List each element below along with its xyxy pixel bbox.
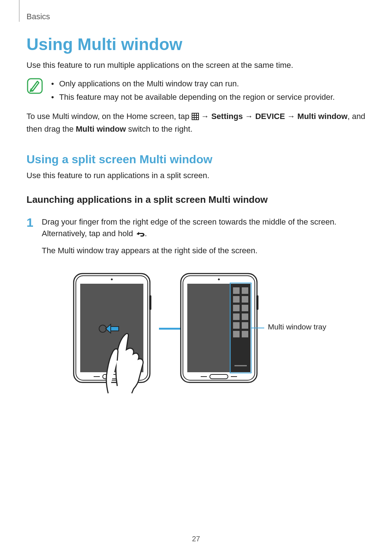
instruction-post: switch to the right. xyxy=(126,124,192,134)
page-title: Using Multi window xyxy=(26,34,368,54)
svg-rect-8 xyxy=(192,118,194,119)
instruction-pre: To use Multi window, on the Home screen,… xyxy=(26,112,192,121)
multi-label: Multi window xyxy=(297,112,347,121)
svg-rect-34 xyxy=(233,287,240,294)
svg-rect-18 xyxy=(149,295,151,310)
svg-rect-40 xyxy=(233,313,240,320)
svg-rect-6 xyxy=(195,116,196,117)
svg-rect-7 xyxy=(197,116,198,117)
svg-point-26 xyxy=(218,279,220,280)
settings-label: Settings xyxy=(211,112,243,121)
note-item: This feature may not be available depend… xyxy=(51,90,335,104)
device-label: DEVICE xyxy=(255,112,285,121)
note-icon xyxy=(26,78,43,96)
svg-rect-36 xyxy=(233,296,240,303)
note-list: Only applications on the Multi window tr… xyxy=(51,77,335,104)
instruction-text: To use Multi window, on the Home screen,… xyxy=(26,111,368,135)
svg-rect-9 xyxy=(195,118,196,119)
svg-rect-4 xyxy=(197,114,198,115)
svg-rect-37 xyxy=(242,296,248,303)
section-subtext: Use this feature to run applications in … xyxy=(26,170,368,181)
header-rule xyxy=(19,0,20,22)
breadcrumb: Basics xyxy=(26,12,50,21)
step-text-2: The Multi window tray appears at the rig… xyxy=(42,245,368,257)
svg-rect-43 xyxy=(242,322,248,329)
svg-rect-38 xyxy=(233,305,240,311)
figure: Multi window tray xyxy=(26,272,368,395)
note-item: Only applications on the Multi window tr… xyxy=(51,77,335,90)
step-number: 1 xyxy=(26,216,34,229)
multi-label-2: Multi window xyxy=(76,124,126,134)
section-heading: Using a split screen Multi window xyxy=(26,153,368,166)
apps-grid-icon xyxy=(192,112,199,123)
svg-rect-35 xyxy=(242,287,248,294)
callout-label: Multi window tray xyxy=(268,322,326,332)
svg-rect-45 xyxy=(242,331,248,337)
intro-text: Use this feature to run multiple applica… xyxy=(26,59,368,71)
step-text-1a: Drag your finger from the right edge of … xyxy=(42,217,336,238)
svg-rect-19 xyxy=(111,327,119,331)
arrow-3: → xyxy=(285,112,297,121)
subsection-heading: Launching applications in a split screen… xyxy=(26,194,368,205)
svg-rect-42 xyxy=(233,322,240,329)
svg-point-13 xyxy=(111,279,113,280)
svg-rect-5 xyxy=(192,116,194,117)
svg-rect-44 xyxy=(233,331,240,337)
svg-rect-41 xyxy=(242,313,248,320)
arrow-1: → xyxy=(199,112,211,121)
page-number: 27 xyxy=(0,535,392,543)
back-icon xyxy=(135,229,145,241)
arrow-2: → xyxy=(243,112,255,121)
svg-rect-2 xyxy=(192,114,194,115)
step-text-1: Drag your finger from the right edge of … xyxy=(42,216,368,241)
svg-rect-31 xyxy=(256,295,258,310)
svg-rect-3 xyxy=(195,114,196,115)
step-text-1b: . xyxy=(145,229,147,238)
svg-rect-39 xyxy=(242,305,248,311)
svg-rect-10 xyxy=(197,118,198,119)
